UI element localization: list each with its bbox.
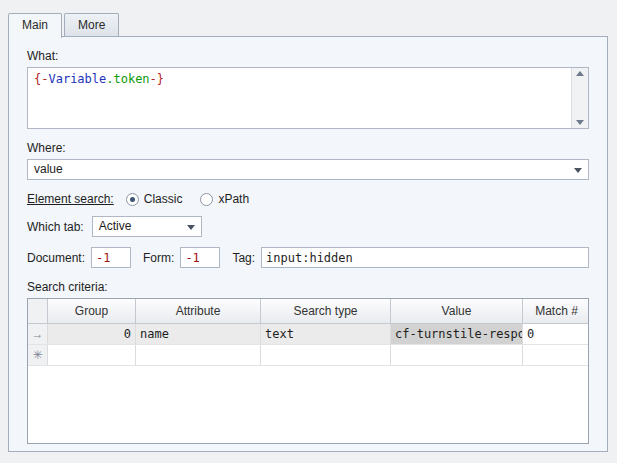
where-value: value	[34, 162, 63, 176]
document-input[interactable]	[91, 247, 131, 268]
radio-xpath-label: xPath	[218, 192, 249, 206]
cell-search-type-empty[interactable]	[261, 345, 391, 365]
which-tab-label: Which tab:	[27, 220, 84, 234]
what-code: {-Variable.token-}	[28, 68, 588, 90]
grid-header-row: Group Attribute Search type Value Match …	[28, 299, 588, 324]
cell-group-empty[interactable]	[48, 345, 136, 365]
column-header-match[interactable]: Match #	[523, 299, 589, 323]
grid-empty-area	[28, 366, 588, 443]
document-label: Document:	[27, 251, 85, 265]
cell-value-empty[interactable]	[391, 345, 523, 365]
column-header-search-type[interactable]: Search type	[261, 299, 391, 323]
which-tab-value: Active	[99, 219, 132, 233]
column-header-group[interactable]: Group	[48, 299, 136, 323]
dialog-window: Main More What: {-Variable.token-} Where…	[0, 0, 617, 463]
cell-attribute-empty[interactable]	[136, 345, 261, 365]
radio-unselected-icon[interactable]	[200, 193, 213, 206]
radio-selected-icon[interactable]	[126, 193, 139, 206]
code-variable: Variable	[48, 72, 106, 86]
chevron-down-icon	[574, 168, 582, 173]
element-search-options: Classic xPath	[126, 192, 249, 206]
radio-xpath[interactable]: xPath	[200, 192, 249, 206]
new-row-asterisk-icon: ✳	[28, 345, 48, 365]
cell-value[interactable]: cf-turnstile-response	[391, 324, 523, 344]
code-open: {-	[34, 72, 48, 86]
code-token: .token	[106, 72, 149, 86]
radio-classic-label: Classic	[144, 192, 183, 206]
tab-more[interactable]: More	[64, 13, 119, 36]
where-label: Where:	[27, 141, 589, 155]
chevron-down-icon	[187, 225, 195, 230]
scroll-up-icon[interactable]	[576, 71, 584, 76]
tab-main[interactable]: Main	[8, 13, 62, 38]
cell-search-type[interactable]: text	[261, 324, 391, 344]
search-criteria-grid: Group Attribute Search type Value Match …	[27, 298, 589, 444]
document-form-tag-row: Document: Form: Tag:	[27, 247, 589, 268]
table-row[interactable]: → 0 name text cf-turnstile-response 0	[28, 324, 588, 345]
what-label: What:	[27, 49, 589, 63]
code-close: -}	[150, 72, 164, 86]
grid-indicator-header	[28, 299, 48, 323]
tag-label: Tag:	[232, 251, 255, 265]
cell-attribute[interactable]: name	[136, 324, 261, 344]
form-input[interactable]	[180, 247, 220, 268]
vertical-scrollbar[interactable]	[571, 68, 588, 128]
form-label: Form:	[143, 251, 174, 265]
column-header-value[interactable]: Value	[391, 299, 523, 323]
cell-match-empty[interactable]	[523, 345, 589, 365]
cell-group[interactable]: 0	[48, 324, 136, 344]
new-row[interactable]: ✳	[28, 345, 588, 366]
current-row-arrow-icon: →	[28, 324, 48, 344]
element-search-label[interactable]: Element search:	[27, 192, 114, 206]
element-search-row: Element search: Classic xPath	[27, 192, 589, 206]
where-combobox[interactable]: value	[27, 159, 589, 180]
column-header-attribute[interactable]: Attribute	[136, 299, 261, 323]
scroll-down-icon[interactable]	[576, 120, 584, 125]
what-textarea[interactable]: {-Variable.token-}	[27, 67, 589, 129]
main-tab-page: What: {-Variable.token-} Where: value El…	[8, 36, 608, 452]
radio-classic[interactable]: Classic	[126, 192, 183, 206]
which-tab-row: Which tab: Active	[27, 216, 589, 237]
tab-strip: Main More	[8, 13, 121, 36]
cell-match[interactable]: 0	[523, 324, 589, 344]
tag-input[interactable]	[261, 247, 589, 268]
search-criteria-label: Search criteria:	[27, 280, 589, 294]
which-tab-combobox[interactable]: Active	[92, 216, 202, 237]
